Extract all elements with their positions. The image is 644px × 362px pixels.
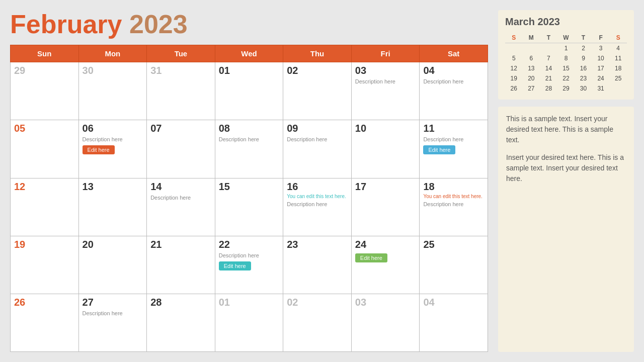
day-number: 19 xyxy=(14,239,75,250)
calendar-cell: 11Description hereEdit here xyxy=(420,120,488,178)
edit-button[interactable]: Edit here xyxy=(219,261,251,270)
mini-cal-header-cell: T xyxy=(575,33,592,43)
day-number: 08 xyxy=(219,123,280,134)
calendar-cell: 04Description here xyxy=(420,62,488,120)
sidebar-text-1: This is a sample text. Insert your desir… xyxy=(506,114,626,145)
mini-cal-cell: 15 xyxy=(557,63,575,73)
day-number: 15 xyxy=(219,181,280,193)
day-number: 20 xyxy=(83,239,143,250)
day-number: 14 xyxy=(150,181,211,193)
day-number: 28 xyxy=(150,297,211,308)
calendar-cell: 16You can edit this text here.Descriptio… xyxy=(283,178,352,236)
calendar-cell: 17 xyxy=(351,178,420,236)
mini-cal-cell: 19 xyxy=(505,73,523,83)
mini-cal-cell: 4 xyxy=(609,43,627,54)
day-number: 24 xyxy=(355,239,416,250)
calendar-cell: 24Edit here xyxy=(351,236,420,294)
page-title: February 2023 xyxy=(10,10,488,39)
mini-cal-row: 262728293031 xyxy=(505,83,627,94)
day-number: 05 xyxy=(14,123,75,134)
calendar-cell: 14Description here xyxy=(147,178,215,236)
mini-cal-cell: 22 xyxy=(557,73,575,83)
mini-calendar-box: March 2023 SMTWTFS 123456789101112131415… xyxy=(498,10,634,100)
mini-cal-header-cell: S xyxy=(505,33,523,43)
day-number: 12 xyxy=(14,181,75,193)
calendar-row: 121314Description here1516You can edit t… xyxy=(11,178,488,236)
day-number: 21 xyxy=(150,239,211,250)
edit-button[interactable]: Edit here xyxy=(423,145,455,154)
calendar-cell: 27Description here xyxy=(78,294,147,351)
calendar-cell: 07 xyxy=(147,120,215,178)
mini-cal-cell: 11 xyxy=(609,53,627,63)
calendar-cell: 03Description here xyxy=(351,62,420,120)
mini-cal-cell: 28 xyxy=(540,83,557,94)
edit-button[interactable]: Edit here xyxy=(355,253,387,262)
calendar-cell: 06Description hereEdit here xyxy=(78,120,147,178)
cell-note-teal: You can edit this text here. xyxy=(287,194,348,199)
calendar-cell: 19 xyxy=(11,236,79,294)
calendar-cell: 02 xyxy=(283,62,352,120)
mini-cal-cell xyxy=(540,43,557,54)
sidebar-text-2: Insert your desired text here. This is a… xyxy=(506,152,626,184)
mini-cal-cell: 27 xyxy=(523,83,540,94)
month-label: February xyxy=(10,10,122,39)
mini-cal-row: 1234 xyxy=(505,43,627,54)
year-label: 2023 xyxy=(129,10,188,39)
mini-cal-header-cell: T xyxy=(540,33,557,43)
mini-cal-cell: 25 xyxy=(609,73,627,83)
mini-cal-row: 12131415161718 xyxy=(505,63,627,73)
mini-cal-cell: 18 xyxy=(609,63,627,73)
mini-cal-cell: 12 xyxy=(505,63,523,73)
mini-cal-cell: 9 xyxy=(575,53,592,63)
day-number: 06 xyxy=(83,123,143,134)
day-number: 04 xyxy=(423,65,484,76)
mini-cal-row: 19202122232425 xyxy=(505,73,627,83)
day-number: 03 xyxy=(355,65,416,76)
mini-calendar-table: SMTWTFS 12345678910111213141516171819202… xyxy=(505,33,627,94)
calendar-cell: 26 xyxy=(11,294,79,351)
edit-button[interactable]: Edit here xyxy=(83,145,115,154)
cell-description: Description here xyxy=(423,201,484,207)
calendar-cell: 04 xyxy=(420,294,488,351)
mini-cal-header-cell: S xyxy=(609,33,627,43)
day-number: 18 xyxy=(423,181,484,193)
calendar-row: 0506Description hereEdit here0708Descrip… xyxy=(11,120,488,178)
day-number: 01 xyxy=(219,65,280,76)
calendar-cell: 23 xyxy=(283,236,352,294)
cell-description: Description here xyxy=(355,78,416,84)
cell-description: Description here xyxy=(423,136,484,142)
calendar-cell: 01 xyxy=(215,62,283,120)
mini-cal-cell xyxy=(505,43,523,54)
mini-cal-cell: 3 xyxy=(592,43,610,54)
day-number: 31 xyxy=(150,65,211,76)
calendar-cell: 29 xyxy=(11,62,79,120)
calendar-cell: 20 xyxy=(78,236,147,294)
day-number: 07 xyxy=(150,123,211,134)
day-number: 23 xyxy=(287,239,348,250)
calendar-row: 2627Description here2801020304 xyxy=(11,294,488,351)
cell-description: Description here xyxy=(423,78,484,84)
mini-cal-cell: 24 xyxy=(592,73,610,83)
day-number: 30 xyxy=(83,65,143,76)
day-number: 25 xyxy=(423,239,484,250)
day-number: 26 xyxy=(14,297,75,308)
calendar-cell: 10 xyxy=(351,120,420,178)
calendar-row: 19202122Description hereEdit here2324Edi… xyxy=(11,236,488,294)
mini-cal-cell xyxy=(523,43,540,54)
calendar-cell: 28 xyxy=(147,294,215,351)
day-number: 16 xyxy=(287,181,348,193)
day-number: 29 xyxy=(14,65,75,76)
day-number: 17 xyxy=(355,181,416,193)
cell-description: Description here xyxy=(219,252,280,258)
calendar-cell: 13 xyxy=(78,178,147,236)
mini-cal-cell: 1 xyxy=(557,43,575,54)
calendar-cell: 01 xyxy=(215,294,283,351)
day-number: 13 xyxy=(83,181,143,193)
mini-cal-cell: 20 xyxy=(523,73,540,83)
mini-cal-header-cell: F xyxy=(592,33,610,43)
cell-description: Description here xyxy=(150,195,211,201)
mini-cal-cell: 16 xyxy=(575,63,592,73)
calendar-cell: 15 xyxy=(215,178,283,236)
calendar-row: 293031010203Description here04Descriptio… xyxy=(11,62,488,120)
main-calendar: SunMonTueWedThuFriSat 293031010203Descri… xyxy=(10,45,488,352)
